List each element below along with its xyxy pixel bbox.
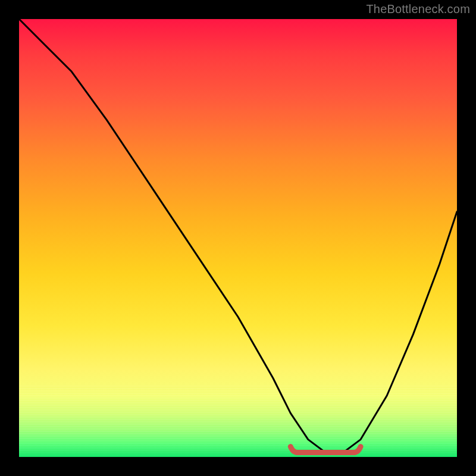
curve-svg	[19, 19, 457, 457]
bottleneck-curve	[19, 19, 457, 453]
chart-frame: TheBottleneck.com	[0, 0, 476, 476]
watermark-text: TheBottleneck.com	[366, 2, 470, 16]
plot-area	[19, 19, 457, 457]
